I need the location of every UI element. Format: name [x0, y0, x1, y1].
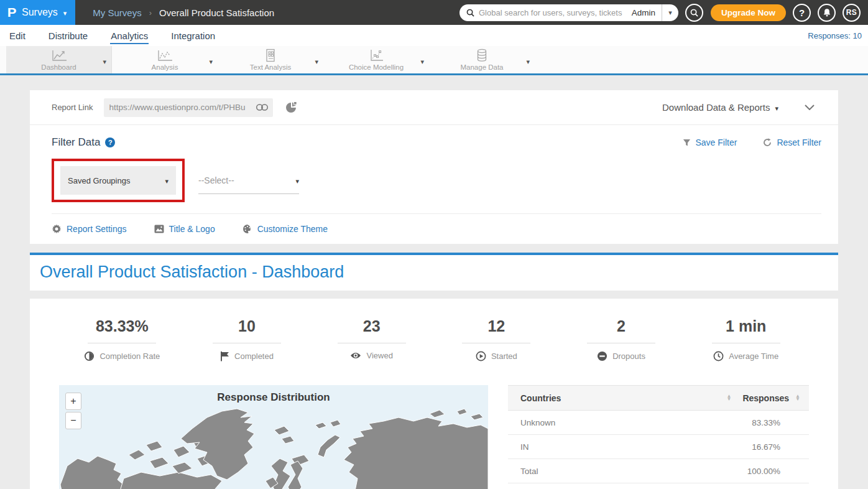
- half-circle-icon: [84, 351, 95, 361]
- eye-icon: [350, 352, 361, 360]
- saved-groupings-dropdown[interactable]: Saved Groupings: [60, 166, 176, 195]
- map-zoom-in-button[interactable]: +: [65, 393, 81, 410]
- nav-integration[interactable]: Integration: [170, 27, 216, 44]
- tab-choice-modelling-label: Choice Modelling: [349, 63, 404, 71]
- report-link-url: https://www.questionpro.com/t/PHBu: [109, 103, 256, 112]
- filter-data-title: Filter Data: [52, 136, 100, 149]
- page-title: Overall Product Satisfaction - Dashboard: [40, 263, 828, 282]
- map-canada: [120, 472, 222, 489]
- countries-column-header[interactable]: Countries: [520, 393, 561, 403]
- line-chart-icon: [51, 50, 67, 62]
- nav-distribute[interactable]: Distribute: [48, 27, 88, 44]
- analytics-tab-strip: Dashboard Analysis Text Analysis: [0, 46, 868, 75]
- gear-icon: [52, 224, 62, 234]
- scatter-chart-icon: [369, 49, 384, 62]
- title-logo-link[interactable]: Title & Logo: [154, 224, 215, 234]
- stat-value: 1 min: [701, 317, 791, 335]
- search-icon: [466, 9, 474, 17]
- tab-manage-data-label: Manage Data: [460, 63, 503, 71]
- search-scope-dropdown[interactable]: [662, 4, 678, 21]
- tab-dashboard-dropdown[interactable]: [103, 55, 106, 67]
- notifications-button[interactable]: [818, 4, 836, 22]
- global-search: Admin: [459, 4, 678, 21]
- tab-analysis[interactable]: Analysis: [112, 46, 218, 73]
- refresh-icon: [763, 138, 772, 147]
- report-settings-link[interactable]: Report Settings: [52, 224, 127, 234]
- top-bar: P Surveys My Surveys › Overall Product S…: [0, 0, 868, 25]
- stat-label: Started: [491, 352, 517, 361]
- responses-cell: 16.67%: [752, 442, 780, 452]
- responses-column-header[interactable]: Responses: [742, 393, 789, 403]
- report-share-icon[interactable]: [284, 101, 298, 114]
- title-logo-label: Title & Logo: [169, 224, 215, 234]
- download-data-reports-label: Download Data & Reports: [662, 102, 770, 113]
- search-button[interactable]: [685, 4, 703, 22]
- tab-dashboard[interactable]: Dashboard: [6, 46, 112, 73]
- report-link-label: Report Link: [52, 103, 93, 112]
- responses-count[interactable]: Responses: 10: [808, 31, 868, 40]
- surveys-app-menu[interactable]: P Surveys: [0, 0, 75, 25]
- tab-text-analysis-dropdown[interactable]: [315, 55, 318, 67]
- responses-cell: 83.33%: [752, 418, 780, 427]
- tab-analysis-dropdown[interactable]: [209, 55, 213, 67]
- tab-dashboard-label: Dashboard: [41, 63, 76, 71]
- country-cell: IN: [520, 442, 752, 452]
- user-avatar[interactable]: RS: [843, 4, 861, 22]
- map-russia: [344, 417, 488, 489]
- filter-help-icon[interactable]: ?: [105, 137, 115, 147]
- stat-dropouts: 2 Dropouts: [559, 317, 684, 361]
- stat-completion-rate: 83.33% Completion Rate: [60, 317, 185, 361]
- breadcrumb-my-surveys[interactable]: My Surveys: [93, 7, 141, 18]
- breadcrumb-current-survey: Overall Product Satisfaction: [159, 7, 274, 18]
- stat-value: 10: [202, 317, 292, 335]
- link-icon: [256, 104, 268, 111]
- global-search-input[interactable]: [479, 8, 632, 17]
- customize-theme-link[interactable]: Customize Theme: [242, 224, 328, 234]
- report-settings-row: Report Settings Title & Logo Customize T…: [30, 214, 838, 244]
- bell-icon: [823, 8, 831, 17]
- report-link-field[interactable]: https://www.questionpro.com/t/PHBu: [104, 98, 273, 117]
- tab-manage-data[interactable]: Manage Data: [429, 46, 535, 73]
- stats-row: 83.33% Completion Rate 10: [30, 317, 838, 361]
- tab-choice-modelling[interactable]: Choice Modelling: [323, 46, 429, 73]
- funnel-icon: [683, 139, 691, 147]
- stat-label: Completed: [234, 352, 274, 361]
- upgrade-now-button[interactable]: Upgrade Now: [711, 4, 786, 21]
- grouping-select-dropdown[interactable]: --Select--: [198, 167, 299, 194]
- table-row: IN 16.67%: [508, 435, 809, 459]
- nav-analytics[interactable]: Analytics: [110, 27, 149, 44]
- save-filter-button[interactable]: Save Filter: [683, 137, 737, 147]
- flag-icon: [220, 351, 229, 361]
- search-icon: [690, 9, 698, 17]
- topbar-actions: Admin Upgrade Now ? RS: [459, 4, 868, 22]
- questionpro-logo-icon: P: [7, 5, 17, 20]
- help-button[interactable]: ?: [793, 4, 811, 22]
- sort-icon[interactable]: [726, 395, 731, 401]
- sort-icon[interactable]: [795, 395, 800, 401]
- saved-groupings-value: Saved Groupings: [68, 176, 165, 185]
- image-icon: [154, 225, 164, 233]
- tab-manage-data-dropdown[interactable]: [526, 55, 530, 67]
- database-icon: [476, 49, 487, 62]
- report-filter-card: Report Link https://www.questionpro.com/…: [30, 90, 838, 244]
- nav-edit[interactable]: Edit: [9, 27, 26, 44]
- map-zoom-out-button[interactable]: −: [65, 412, 81, 429]
- chevron-down-icon: [165, 175, 169, 186]
- countries-table: Countries Responses Unknown 83.33% IN 16…: [508, 385, 809, 489]
- map-title: Response Distribution: [59, 391, 488, 404]
- chevron-down-icon: [295, 175, 299, 186]
- stat-started: 12 Started: [434, 317, 559, 361]
- stat-value: 12: [451, 317, 542, 335]
- breadcrumb-separator: ›: [149, 8, 152, 17]
- map-greenland: [181, 409, 254, 480]
- table-row: Total 100.00%: [508, 459, 809, 483]
- tab-text-analysis[interactable]: Text Analysis: [218, 46, 323, 73]
- tab-choice-modelling-dropdown[interactable]: [420, 55, 424, 67]
- play-circle-icon: [476, 351, 486, 361]
- breadcrumb: My Surveys › Overall Product Satisfactio…: [93, 7, 274, 18]
- minus-circle-icon: [597, 351, 607, 361]
- reset-filter-button[interactable]: Reset Filter: [763, 137, 821, 147]
- download-data-reports-dropdown[interactable]: Download Data & Reports: [662, 102, 778, 113]
- save-filter-label: Save Filter: [696, 137, 737, 147]
- collapse-panel-chevron[interactable]: [805, 105, 815, 110]
